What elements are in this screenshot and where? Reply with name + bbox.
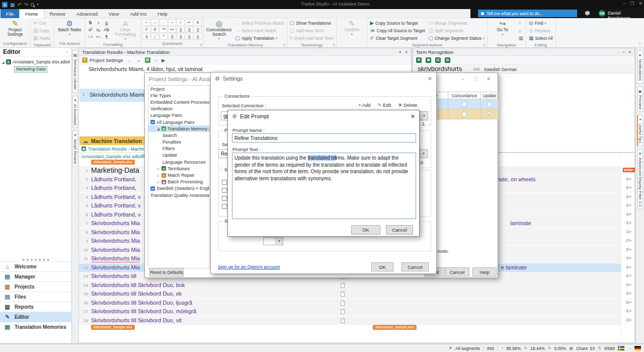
quickinsert-symbol[interactable]: ↵ <box>185 19 193 26</box>
tree-item-all-language-pairs[interactable]: ⇄All Language Pairs <box>148 119 209 125</box>
sidebar-item-reports[interactable]: ▥Reports <box>0 302 72 312</box>
segment-filter-label[interactable]: All segments <box>455 346 480 351</box>
ribbon-button-batch-tasks[interactable]: ⚙Batch Tasks▾ <box>56 19 83 37</box>
dialog-launcher-icon[interactable]: ⇘ <box>332 43 335 47</box>
update-checkbox[interactable]: ✓ <box>487 112 492 117</box>
segment-source[interactable]: Skrivbordshurts till Skrivbord Duo, bok <box>91 282 185 289</box>
collapse-ribbon-icon[interactable]: ⌃ <box>638 42 641 47</box>
small-combobox[interactable]: ▼ <box>263 237 283 245</box>
quickinsert-symbol[interactable]: [] <box>194 26 202 33</box>
run-icon[interactable]: ▶ <box>162 57 165 63</box>
segment-source[interactable]: Skrivbordshurts till Skrivbord Duo, vit <box>91 317 182 324</box>
save-icon[interactable]: ▦ <box>10 2 15 8</box>
ribbon-tab-file[interactable]: File <box>1 9 19 18</box>
ribbon-button-down[interactable]: ↓ <box>518 27 524 34</box>
dock-tab-preview[interactable]: ◉Preview <box>637 87 643 112</box>
tell-me-box[interactable]: Tell me what you want to do... <box>478 10 577 17</box>
avatar[interactable]: DB <box>599 10 605 17</box>
tree-item-file-types[interactable]: File Types <box>148 92 209 99</box>
ribbon-button-merge-segments[interactable]: ▭Merge Segments <box>428 19 486 27</box>
concordance-checkbox[interactable] <box>462 102 467 107</box>
segment-row-15[interactable]: 15Skrivbordshurts till Skrivbord Duo, ek… <box>79 290 635 298</box>
concordance-checkbox[interactable] <box>462 112 467 117</box>
panel-dropdown-icon[interactable]: ▾ <box>399 50 401 54</box>
segment-row-18[interactable]: 18Skrivbordshurts till Skrivbord Duo, vi… <box>79 316 635 325</box>
segment-source[interactable]: Skrivbordshurts till Skrivbord Duo, mörk… <box>91 308 196 315</box>
ribbon-button-copy-all-source-to-target[interactable]: ≫Copy All Source to Target <box>369 27 426 34</box>
format-button-x[interactable]: x² <box>87 26 94 33</box>
quickinsert-symbol[interactable]: [] <box>177 33 185 40</box>
segment-source[interactable]: Skrivbordshurts Mia <box>91 220 140 227</box>
dialog-launcher-icon[interactable]: ⇘ <box>283 43 286 47</box>
ribbon-tab-advanced[interactable]: Advanced <box>71 9 103 18</box>
add-connection-button[interactable]: + Add <box>358 102 371 108</box>
segment-source[interactable]: Skrivbordshurts Mia <box>91 229 140 236</box>
quickinsert-symbol[interactable]: [] <box>168 33 176 40</box>
ribbon-button-select-all[interactable]: ▦Select All <box>528 34 553 42</box>
reset-to-defaults-button[interactable]: Reset to Defaults <box>149 268 184 276</box>
sheet-tree-item[interactable]: Marketing-Data <box>14 66 47 73</box>
tree-item-translation-memory-and-au[interactable]: ◢▤Translation Memory and Au <box>148 125 209 132</box>
quickinsert-symbol[interactable]: ¬ <box>168 19 176 26</box>
ribbon-button-change-segment-status[interactable]: ▢Change Segment Status▾ <box>428 34 486 42</box>
ribbon-button-copy-source-to-target[interactable]: ▶Copy Source to Target <box>369 19 426 27</box>
ribbon-button-up[interactable]: ↑ <box>518 19 524 27</box>
segment-source[interactable]: Skrivbordshurts Mia <box>91 238 140 244</box>
format-button-b[interactable]: b <box>87 19 94 26</box>
combo-arrow-icon[interactable]: ▼ <box>275 238 283 245</box>
option-checkbox[interactable] <box>222 188 227 193</box>
quickinsert-symbol[interactable]: «» <box>168 26 176 33</box>
tree-item-penalties[interactable]: Penalties <box>148 139 209 146</box>
segment-source[interactable]: Lådhurts Portland, v <box>91 194 140 200</box>
update-checkbox[interactable] <box>487 102 492 107</box>
tree-item-batch-processing[interactable]: ▷▣Batch Processing <box>148 179 209 185</box>
format-button-i[interactable]: i <box>95 19 102 26</box>
dock-tab-notifications[interactable]: ●Notifications <box>637 50 643 84</box>
font-adapt-icon[interactable]: A <box>154 57 157 63</box>
edit-prompt-ok-button[interactable]: OK <box>351 225 380 235</box>
segment-target[interactable]: e laminate <box>501 264 527 270</box>
ribbon-button-go-to[interactable]: ↪Go To▾ <box>489 19 516 37</box>
dock-tab-useful-tips[interactable]: ✦Useful Tips <box>637 115 643 146</box>
dialog-close-icon[interactable]: ✕ <box>482 75 495 83</box>
tree-item-translation-quality-assessment[interactable]: Translation Quality Assessment <box>148 192 209 198</box>
tree-item-language-resources[interactable]: Language Resources <box>148 159 209 165</box>
hitlist-settings-icon[interactable]: ▧ <box>445 57 450 63</box>
tree-expander-icon[interactable]: ▷ <box>156 167 160 170</box>
format-button-l-r[interactable]: L·R <box>87 33 94 40</box>
tree-item-update[interactable]: Update <box>148 152 209 159</box>
tree-item-embedded-content-processors[interactable]: Embedded Content Processors <box>148 99 209 105</box>
format-button-r-l[interactable]: R·L <box>95 33 102 40</box>
zoom-icon[interactable] <box>31 2 34 8</box>
delete-connection-button[interactable]: ✕ Delete <box>398 102 418 108</box>
ribbon-button-select-previous-match[interactable]: ←Select Previous Match <box>234 19 285 27</box>
quickinsert-symbol[interactable]: ™ <box>159 26 168 33</box>
segment-source[interactable]: Lådhurts Portland, v <box>91 212 140 218</box>
sidebar-item-manager[interactable]: ▤Manager <box>0 271 72 281</box>
quickinsert-symbol[interactable]: © <box>142 26 150 33</box>
sidebar-item-translation-memories[interactable]: ▤Translation Memories <box>0 322 72 332</box>
quickinsert-symbol[interactable]: [] <box>177 26 185 33</box>
ribbon-button-project-settings[interactable]: ✎Project Settings <box>2 19 29 37</box>
tree-item-language-pairs[interactable]: Language Pairs <box>148 112 209 119</box>
segment-source[interactable]: Skrivbordshurts Mia <box>91 247 140 253</box>
ribbon-tab-add-ins[interactable]: Add-Ins <box>125 9 152 18</box>
segment-source[interactable]: Skrivbordshurts Mia <box>91 255 140 262</box>
collapse-sidebar-icon[interactable]: ‹ <box>66 49 71 54</box>
segment-row-14[interactable]: 14Skrivbordshurts till Skrivbord Duo, bo… <box>79 281 635 290</box>
dialog-maximize-icon[interactable]: □ <box>469 75 482 83</box>
segment-filter-icon[interactable]: ▼ <box>448 346 452 350</box>
settings-close-icon[interactable]: ✕ <box>428 76 432 82</box>
notifications-bell-icon[interactable] <box>585 11 590 15</box>
ribbon-button-split-segments[interactable]: ◫Split Segments <box>428 27 486 34</box>
combo-arrow-icon[interactable]: ▼ <box>420 112 428 120</box>
tree-item-swedish-sweden-english-un[interactable]: ⇄Swedish (Sweden)-> English (Un <box>148 185 209 192</box>
segment-source[interactable]: Skrivbordshurts till Skrivbord Duo, ek <box>91 291 182 297</box>
project-settings-link[interactable]: Project Settings <box>90 57 123 63</box>
tree-expander-icon[interactable]: ◢ <box>2 60 5 64</box>
next-match-icon[interactable]: → <box>136 57 141 63</box>
add-new-term-icon[interactable]: ▥ <box>435 57 441 63</box>
dock-tab-advanced-display-filter-2-0[interactable]: ▼Advanced Display Filter 2.0 <box>637 149 643 209</box>
tree-item-project[interactable]: Project <box>148 86 209 92</box>
segment-target[interactable]: inate, on wheels <box>496 176 536 182</box>
